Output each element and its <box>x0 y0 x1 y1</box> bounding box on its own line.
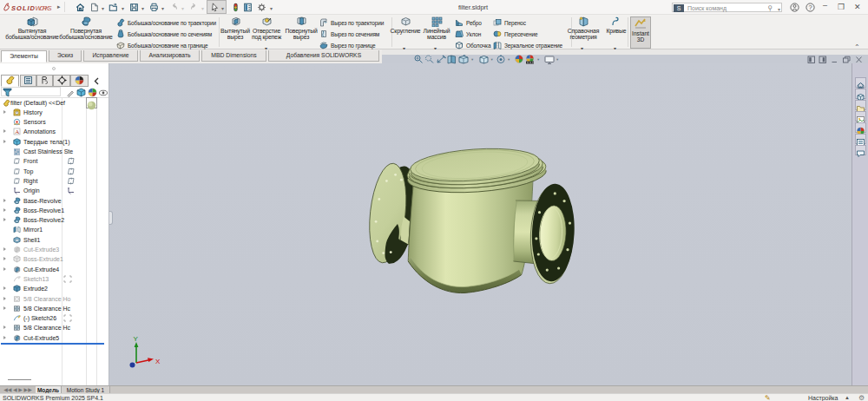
svg-text:▾: ▾ <box>471 57 474 62</box>
svg-text:Y: Y <box>134 335 139 343</box>
svg-text:?: ? <box>808 3 812 11</box>
svg-text:A: A <box>15 128 19 135</box>
svg-text:SOLID: SOLID <box>11 4 36 12</box>
svg-text:▾: ▾ <box>537 57 540 62</box>
svg-text:WORKS: WORKS <box>36 4 52 12</box>
svg-text:▾: ▾ <box>556 57 559 62</box>
svg-text:X: X <box>155 358 161 365</box>
svg-text:▾: ▾ <box>491 57 494 62</box>
svg-text:▾: ▾ <box>508 57 510 62</box>
